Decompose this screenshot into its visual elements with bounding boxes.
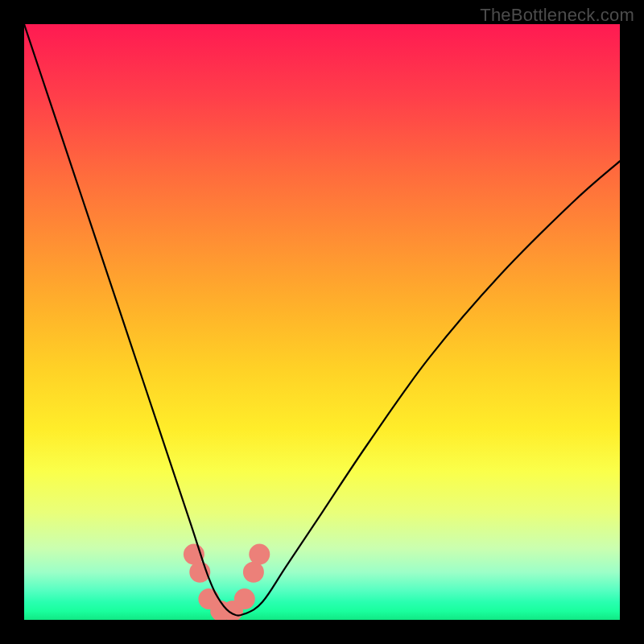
highlight-dot [243,562,264,583]
plot-area [24,24,620,620]
bottleneck-chart [24,24,620,620]
bottleneck-curve-path [24,24,620,616]
highlight-dot [249,544,270,565]
highlight-dot [234,588,255,609]
watermark-text: TheBottleneck.com [480,5,634,26]
